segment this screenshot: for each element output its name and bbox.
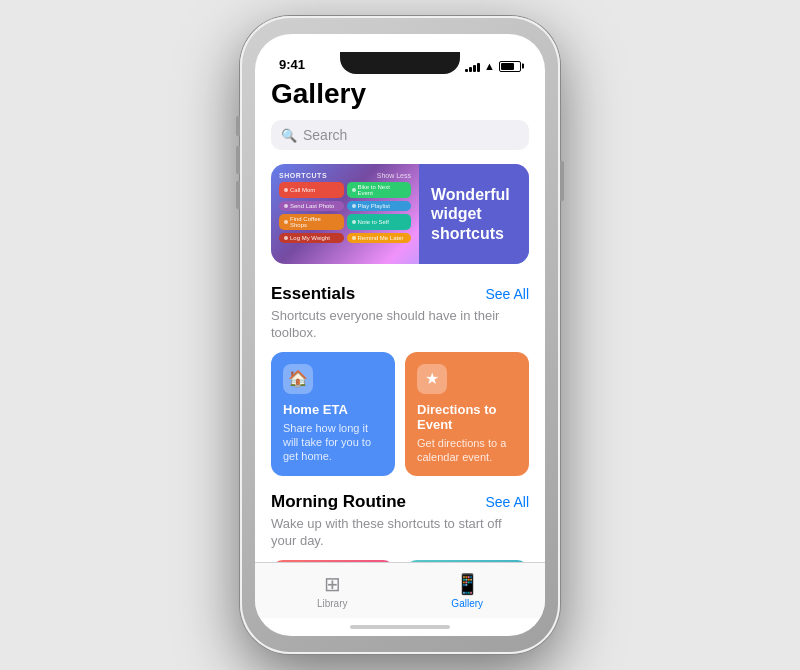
- search-placeholder: Search: [303, 127, 347, 143]
- power-button: [560, 161, 564, 201]
- star-icon: ★: [417, 364, 447, 394]
- shortcuts-row-4: Log My Weight Remind Me Later: [279, 233, 411, 243]
- shortcut-note: Note to Self: [347, 214, 412, 230]
- home-eta-desc: Share how long it will take for you to g…: [283, 421, 383, 464]
- tab-library[interactable]: ⊞ Library: [297, 568, 368, 613]
- shortcut-coffee: Find Coffee Shops: [279, 214, 344, 230]
- hero-header: SHORTCUTS Show Less: [279, 172, 411, 179]
- hero-banner[interactable]: SHORTCUTS Show Less Call Mom Bike to Nex…: [271, 164, 529, 264]
- shortcut-bike: Bike to Next Event: [347, 182, 412, 198]
- directions-card[interactable]: ★ Directions to Event Get directions to …: [405, 352, 529, 477]
- battery-icon: [499, 61, 521, 72]
- screen-content: Gallery 🔍 Search SHORTCUTS Show Less: [255, 78, 545, 636]
- phone-frame: 9:41 ▲ Gallery 🔍: [240, 16, 560, 654]
- essentials-title: Essentials: [271, 284, 355, 304]
- phone-screen: 9:41 ▲ Gallery 🔍: [255, 34, 545, 636]
- signal-bar-4: [477, 63, 480, 72]
- shortcuts-row-3: Find Coffee Shops Note to Self: [279, 214, 411, 230]
- battery-fill: [501, 63, 514, 70]
- hero-left: SHORTCUTS Show Less Call Mom Bike to Nex…: [271, 164, 419, 264]
- signal-icon: [465, 61, 480, 72]
- tab-library-label: Library: [317, 598, 348, 609]
- shortcut-weight: Log My Weight: [279, 233, 344, 243]
- essentials-section: Essentials See All Shortcuts everyone sh…: [271, 284, 529, 476]
- morning-section: Morning Routine See All Wake up with the…: [271, 492, 529, 562]
- signal-bar-1: [465, 69, 468, 72]
- morning-header: Morning Routine See All: [271, 492, 529, 512]
- shortcut-remind: Remind Me Later: [347, 233, 412, 243]
- essentials-header: Essentials See All: [271, 284, 529, 304]
- signal-bar-3: [473, 65, 476, 72]
- silent-button: [236, 116, 240, 136]
- essentials-cards: 🏠 Home ETA Share how long it will take f…: [271, 352, 529, 477]
- home-bar: [350, 625, 450, 629]
- gallery-icon: 📱: [455, 572, 480, 596]
- home-eta-title: Home ETA: [283, 402, 383, 417]
- hero-show-less: Show Less: [377, 172, 411, 179]
- volume-down-button: [236, 181, 240, 209]
- signal-bar-2: [469, 67, 472, 72]
- morning-subtitle: Wake up with these shortcuts to start of…: [271, 516, 529, 550]
- page-title: Gallery: [271, 78, 529, 110]
- morning-title: Morning Routine: [271, 492, 406, 512]
- essentials-subtitle: Shortcuts everyone should have in their …: [271, 308, 529, 342]
- shortcut-photo: Send Last Photo: [279, 201, 344, 211]
- hero-label: SHORTCUTS: [279, 172, 327, 179]
- hero-right: Wonderful widget shortcuts: [419, 164, 529, 264]
- shortcut-playlist: Play Playlist: [347, 201, 412, 211]
- status-time: 9:41: [279, 57, 305, 72]
- home-icon: 🏠: [283, 364, 313, 394]
- home-indicator: [255, 618, 545, 636]
- status-icons: ▲: [465, 60, 521, 72]
- scroll-area[interactable]: Gallery 🔍 Search SHORTCUTS Show Less: [255, 78, 545, 562]
- shortcuts-row-2: Send Last Photo Play Playlist: [279, 201, 411, 211]
- home-eta-card[interactable]: 🏠 Home ETA Share how long it will take f…: [271, 352, 395, 477]
- search-bar[interactable]: 🔍 Search: [271, 120, 529, 150]
- notch: [340, 52, 460, 74]
- tab-gallery[interactable]: 📱 Gallery: [431, 568, 503, 613]
- directions-desc: Get directions to a calendar event.: [417, 436, 517, 465]
- library-icon: ⊞: [324, 572, 341, 596]
- search-icon: 🔍: [281, 128, 297, 143]
- tab-bar: ⊞ Library 📱 Gallery: [255, 562, 545, 618]
- morning-see-all[interactable]: See All: [485, 494, 529, 510]
- shortcuts-row-1: Call Mom Bike to Next Event: [279, 182, 411, 198]
- essentials-see-all[interactable]: See All: [485, 286, 529, 302]
- wifi-icon: ▲: [484, 60, 495, 72]
- hero-title: Wonderful widget shortcuts: [431, 185, 517, 243]
- volume-up-button: [236, 146, 240, 174]
- tab-gallery-label: Gallery: [451, 598, 483, 609]
- shortcut-call-mom: Call Mom: [279, 182, 344, 198]
- directions-title: Directions to Event: [417, 402, 517, 432]
